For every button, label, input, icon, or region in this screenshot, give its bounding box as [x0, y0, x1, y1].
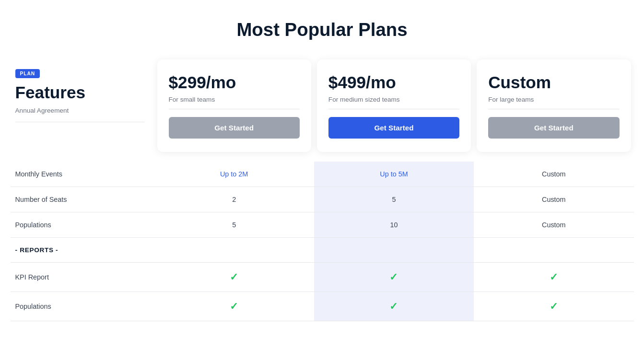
feature-value-row4-col2: ✓: [474, 263, 633, 292]
feature-value-row5-col2: ✓: [474, 292, 633, 321]
feature-label-0: Monthly Events: [11, 162, 154, 187]
feature-label-3: - REPORTS -: [11, 238, 154, 263]
feature-label-5: Populations: [11, 292, 154, 321]
features-divider: [15, 122, 145, 122]
get-started-button-large[interactable]: Get Started: [488, 117, 619, 139]
feature-value-row5-col1: ✓: [314, 292, 474, 321]
checkmark-icon: ✓: [550, 301, 558, 312]
plan-description-medium: For medium sized teams: [328, 96, 459, 103]
get-started-button-medium[interactable]: Get Started: [328, 117, 459, 139]
feature-value-row0-col2: Custom: [474, 162, 633, 187]
plan-description-large: For large teams: [488, 96, 619, 103]
feature-value-row1-col0: 2: [154, 187, 314, 212]
checkmark-icon: ✓: [389, 271, 398, 283]
feature-value-row0-col1: Up to 5M: [314, 162, 474, 187]
plans-table: PLANFeaturesAnnual Agreement$299/moFor s…: [11, 59, 634, 321]
spacer-cell: [314, 152, 474, 162]
plan-description-small: For small teams: [169, 96, 300, 103]
features-subtitle: Annual Agreement: [15, 107, 145, 114]
features-title: Features: [15, 83, 145, 102]
feature-value-row1-col1: 5: [314, 187, 474, 212]
feature-value-row2-col0: 5: [154, 212, 314, 238]
feature-value-row3-col1: [314, 238, 474, 263]
plan-divider-medium: [328, 109, 459, 109]
checkmark-icon: ✓: [230, 271, 238, 283]
plan-card-large: CustomFor large teamsGet Started: [477, 59, 631, 152]
plan-price-medium: $499/mo: [328, 73, 459, 92]
feature-value-row3-col2: [474, 238, 633, 263]
plan-badge: PLAN: [15, 69, 40, 78]
get-started-button-small[interactable]: Get Started: [169, 117, 300, 139]
checkmark-icon: ✓: [230, 301, 238, 312]
plan-price-large: Custom: [488, 73, 619, 92]
feature-label-4: KPI Report: [11, 263, 154, 292]
feature-value-row1-col2: Custom: [474, 187, 633, 212]
plan-divider-large: [488, 109, 619, 109]
spacer-cell: [154, 152, 314, 162]
feature-value-row2-col2: Custom: [474, 212, 633, 238]
feature-value-row4-col1: ✓: [314, 263, 474, 292]
plan-divider-small: [169, 109, 300, 109]
spacer-cell: [11, 152, 154, 162]
feature-value-row2-col1: 10: [314, 212, 474, 238]
checkmark-icon: ✓: [550, 271, 558, 283]
plan-card-medium: $499/moFor medium sized teamsGet Started: [317, 59, 471, 152]
page-title: Most Popular Plans: [236, 19, 407, 40]
spacer-cell: [474, 152, 633, 162]
feature-label-2: Populations: [11, 212, 154, 238]
feature-value-row4-col0: ✓: [154, 263, 314, 292]
feature-value-row5-col0: ✓: [154, 292, 314, 321]
plan-price-small: $299/mo: [169, 73, 300, 92]
features-header: PLANFeaturesAnnual Agreement: [11, 59, 154, 152]
feature-value-row3-col0: [154, 238, 314, 263]
checkmark-icon: ✓: [389, 301, 398, 312]
feature-label-1: Number of Seats: [11, 187, 154, 212]
feature-value-row0-col0: Up to 2M: [154, 162, 314, 187]
plan-card-small: $299/moFor small teamsGet Started: [157, 59, 311, 152]
